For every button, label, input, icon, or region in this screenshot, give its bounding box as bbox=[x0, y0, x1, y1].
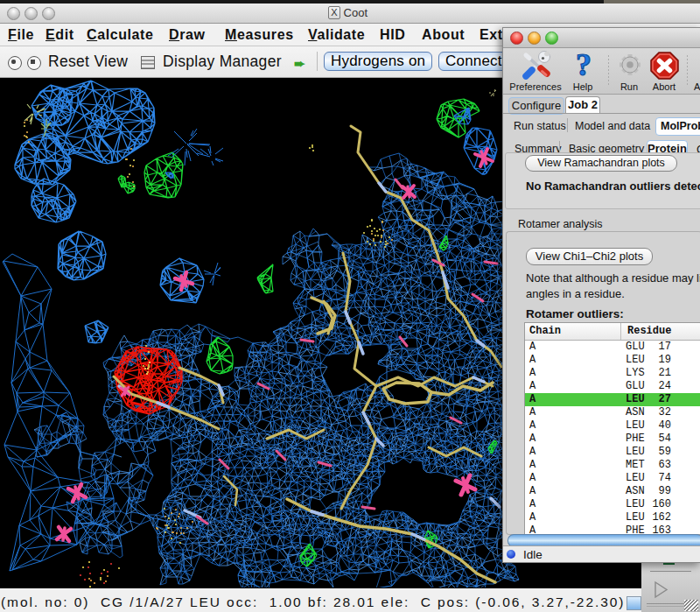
svg-text:?: ? bbox=[576, 49, 592, 82]
